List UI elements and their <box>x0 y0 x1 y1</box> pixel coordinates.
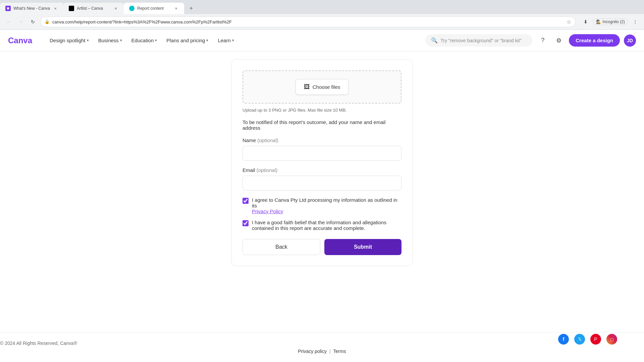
choose-files-button[interactable]: 🖼 Choose files <box>296 79 349 95</box>
header-right: 🔍 Try "remove background" or "brand kit"… <box>425 34 636 47</box>
nav-learn-chevron: ▾ <box>232 38 234 43</box>
svg-text:Canva: Canva <box>8 36 33 45</box>
nav-learn[interactable]: Learn ▾ <box>214 35 238 46</box>
nav-design-spotlight-label: Design spotlight <box>50 38 86 43</box>
url-text: canva.com/help/report-content/?link=http… <box>52 19 564 24</box>
search-bar[interactable]: 🔍 Try "remove background" or "brand kit" <box>425 34 533 47</box>
lock-icon: 🔒 <box>45 19 50 24</box>
nav-business-chevron: ▾ <box>120 38 122 43</box>
download-button[interactable]: ⬇ <box>581 17 590 26</box>
upload-icon: 🖼 <box>304 83 310 90</box>
instagram-icon[interactable]: ◻ <box>606 334 617 345</box>
name-input[interactable] <box>243 146 401 161</box>
footer-terms-link[interactable]: Terms <box>333 349 346 354</box>
choose-files-label: Choose files <box>313 84 340 90</box>
notification-text: To be notified of this report's outcome,… <box>243 119 401 131</box>
browser-controls: ← → ↻ 🔒 canva.com/help/report-content/?l… <box>0 14 644 29</box>
nav-design-spotlight-chevron: ▾ <box>87 38 89 43</box>
browser-tabs: What's New - Canva ✕ Artlist – Canva ✕ R… <box>0 0 644 14</box>
nav-plans-pricing-label: Plans and pricing <box>166 38 205 43</box>
file-upload-area: 🖼 Choose files <box>243 70 401 104</box>
footer-copyright: © 2024 All Rights Reserved, Canva® <box>0 341 644 346</box>
tab-favicon-report <box>129 6 135 11</box>
checkbox-privacy[interactable] <box>243 198 249 204</box>
checkbox-privacy-group: I agree to Canva Pty Ltd processing my i… <box>243 197 401 214</box>
nav-plans-pricing[interactable]: Plans and pricing ▾ <box>162 35 212 46</box>
footer-privacy-link[interactable]: Privacy policy <box>298 349 327 354</box>
twitter-icon[interactable]: 𝕏 <box>574 334 585 345</box>
tab-whats-new-title: What's New - Canva <box>13 6 50 11</box>
avatar[interactable]: JD <box>624 35 636 47</box>
action-buttons: Back Submit <box>243 239 401 255</box>
address-bar[interactable]: 🔒 canva.com/help/report-content/?link=ht… <box>40 16 576 27</box>
name-field-group: Name (optional) <box>243 137 401 167</box>
checkbox-belief-text: I have a good faith belief that the info… <box>252 220 401 231</box>
canva-logo[interactable]: Canva <box>8 36 35 45</box>
email-optional-text: (optional) <box>257 167 278 173</box>
tab-artlist[interactable]: Artlist – Canva ✕ <box>63 3 124 14</box>
footer-links: Privacy policy | Terms <box>0 349 644 354</box>
new-tab-button[interactable]: + <box>185 3 197 14</box>
browser-actions: ⬇ 🕵 Incognito (2) ⋮ <box>581 17 640 26</box>
refresh-button[interactable]: ↻ <box>28 17 38 26</box>
checkbox-privacy-text: I agree to Canva Pty Ltd processing my i… <box>252 197 401 214</box>
nav-business-label: Business <box>98 38 119 43</box>
tab-whats-new[interactable]: What's New - Canva ✕ <box>0 3 63 14</box>
create-design-button[interactable]: Create a design <box>569 34 620 47</box>
more-options-button[interactable]: ⋮ <box>631 17 640 26</box>
canva-header: Canva Design spotlight ▾ Business ▾ Educ… <box>0 30 644 51</box>
privacy-policy-link[interactable]: Privacy Policy <box>252 208 283 214</box>
help-button[interactable]: ? <box>537 35 549 47</box>
tab-report-close[interactable]: ✕ <box>173 6 179 11</box>
star-icon[interactable]: ☆ <box>567 19 571 25</box>
checkbox-belief-group: I have a good faith belief that the info… <box>243 220 401 231</box>
facebook-icon[interactable]: f <box>558 334 569 345</box>
search-icon: 🔍 <box>431 37 438 44</box>
incognito-icon: 🕵 <box>596 19 601 24</box>
upload-hint: Upload up to 3 PNG or JPG files. Max fil… <box>243 108 401 113</box>
footer-divider: | <box>329 349 331 354</box>
tab-artlist-close[interactable]: ✕ <box>113 6 118 11</box>
submit-button[interactable]: Submit <box>324 239 401 255</box>
footer: © 2024 All Rights Reserved, Canva® Priva… <box>0 332 644 362</box>
name-label: Name (optional) <box>243 137 401 143</box>
nav-business[interactable]: Business ▾ <box>94 35 126 46</box>
tab-report[interactable]: Report content ✕ <box>124 3 184 14</box>
back-nav-button[interactable]: ← <box>4 17 13 26</box>
nav-learn-label: Learn <box>218 38 230 43</box>
nav-education-chevron: ▾ <box>155 38 157 43</box>
nav-education[interactable]: Education ▾ <box>127 35 161 46</box>
tab-artlist-title: Artlist – Canva <box>77 6 110 11</box>
browser-chrome: What's New - Canva ✕ Artlist – Canva ✕ R… <box>0 0 644 30</box>
pinterest-icon[interactable]: P <box>590 334 601 345</box>
incognito-label: Incognito (2) <box>602 19 625 24</box>
email-field-group: Email (optional) <box>243 167 401 197</box>
form-container: 🖼 Choose files Upload up to 3 PNG or JPG… <box>231 59 413 266</box>
tab-favicon-whats-new <box>5 6 11 11</box>
footer-social: f 𝕏 P ◻ <box>558 334 617 345</box>
checkbox-belief-label[interactable]: I have a good faith belief that the info… <box>243 220 401 231</box>
nav-design-spotlight[interactable]: Design spotlight ▾ <box>46 35 93 46</box>
content-area: 🖼 Choose files Upload up to 3 PNG or JPG… <box>0 51 644 362</box>
tab-report-title: Report content <box>137 6 171 11</box>
form-wrapper: 🖼 Choose files Upload up to 3 PNG or JPG… <box>0 51 644 332</box>
email-input[interactable] <box>243 176 401 190</box>
email-label: Email (optional) <box>243 167 401 173</box>
tab-whats-new-close[interactable]: ✕ <box>53 6 58 11</box>
incognito-badge[interactable]: 🕵 Incognito (2) <box>593 18 628 25</box>
nav-plans-pricing-chevron: ▾ <box>206 38 208 43</box>
name-optional-text: (optional) <box>257 137 278 143</box>
page-wrapper: What's New - Canva ✕ Artlist – Canva ✕ R… <box>0 0 644 362</box>
back-button[interactable]: Back <box>243 239 320 255</box>
tab-favicon-artlist <box>69 6 74 11</box>
checkbox-belief[interactable] <box>243 220 249 226</box>
nav-education-label: Education <box>131 38 154 43</box>
settings-button[interactable]: ⚙ <box>553 35 565 47</box>
checkbox-privacy-label[interactable]: I agree to Canva Pty Ltd processing my i… <box>243 197 401 214</box>
nav-items: Design spotlight ▾ Business ▾ Education … <box>46 35 425 46</box>
search-placeholder: Try "remove background" or "brand kit" <box>440 38 521 43</box>
forward-nav-button[interactable]: → <box>16 17 25 26</box>
